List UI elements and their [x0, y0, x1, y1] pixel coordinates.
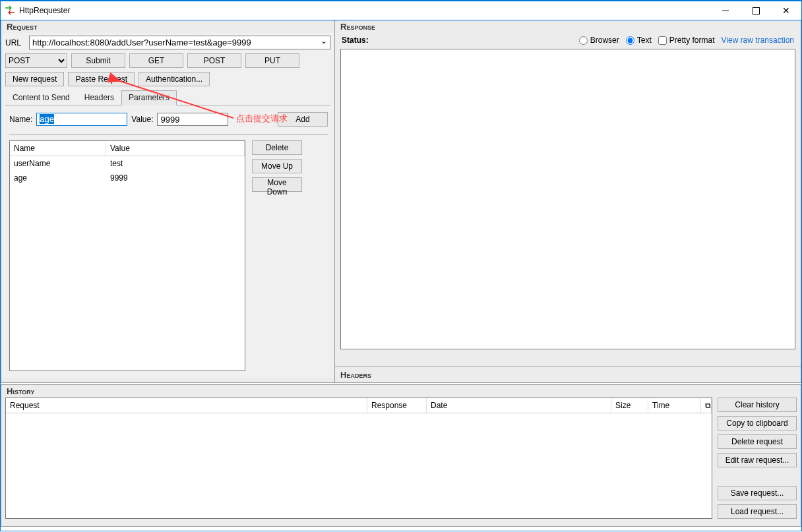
title-bar: HttpRequester ✕: [1, 1, 801, 20]
clear-history-button[interactable]: Clear history: [718, 398, 797, 412]
param-name-input[interactable]: age: [36, 113, 127, 126]
submit-button[interactable]: Submit: [71, 53, 125, 68]
tab-headers[interactable]: Headers: [77, 90, 121, 105]
edit-raw-button[interactable]: Edit raw request...: [718, 453, 797, 467]
table-row[interactable]: userName test: [10, 156, 245, 171]
delete-request-button[interactable]: Delete request: [718, 434, 797, 449]
param-value-input[interactable]: [157, 113, 228, 126]
pretty-checkbox[interactable]: Pretty format: [658, 36, 715, 45]
tab-content-to-send[interactable]: Content to Send: [5, 90, 77, 105]
url-label: URL: [5, 38, 26, 47]
paste-request-button[interactable]: Paste Request: [68, 72, 135, 86]
status-label: Status:: [342, 36, 572, 45]
tab-parameters[interactable]: Parameters: [121, 90, 177, 105]
delete-param-button[interactable]: Delete: [252, 140, 302, 155]
move-up-button[interactable]: Move Up: [252, 159, 302, 173]
post-button[interactable]: POST: [187, 53, 241, 68]
window-title: HttpRequester: [19, 6, 710, 15]
app-icon: [5, 5, 15, 16]
maximize-button[interactable]: [741, 1, 771, 20]
param-name-label: Name:: [9, 115, 32, 124]
copy-clipboard-button[interactable]: Copy to clipboard: [718, 416, 797, 430]
text-radio[interactable]: Text: [626, 36, 652, 45]
param-col-value: Value: [106, 141, 245, 156]
get-button[interactable]: GET: [129, 53, 183, 68]
history-table[interactable]: Request Response Date Size Time ⧉: [5, 398, 712, 519]
save-request-button[interactable]: Save request...: [718, 486, 797, 500]
url-combo[interactable]: ⌄: [29, 36, 330, 49]
table-row[interactable]: age 9999: [10, 171, 245, 185]
response-body[interactable]: [340, 49, 795, 349]
add-param-button[interactable]: Add: [278, 112, 328, 127]
url-dropdown-icon[interactable]: ⌄: [318, 36, 330, 49]
authentication-button[interactable]: Authentication...: [139, 72, 210, 86]
request-section-title: Request: [1, 20, 334, 33]
history-col-menu-icon[interactable]: ⧉: [701, 398, 712, 413]
history-section-title: History: [1, 385, 801, 398]
load-request-button[interactable]: Load request...: [718, 504, 797, 519]
history-col-request: Request: [6, 398, 367, 413]
put-button[interactable]: PUT: [245, 53, 299, 68]
history-col-response: Response: [367, 398, 427, 413]
view-raw-link[interactable]: View raw transaction: [722, 36, 795, 45]
method-select[interactable]: POST: [5, 53, 67, 68]
minimize-button[interactable]: [710, 1, 741, 20]
history-col-size: Size: [611, 398, 648, 413]
close-button[interactable]: ✕: [771, 1, 801, 20]
new-request-button[interactable]: New request: [5, 72, 64, 86]
param-value-label: Value:: [131, 115, 153, 124]
param-col-name: Name: [10, 141, 106, 156]
history-col-time: Time: [648, 398, 701, 413]
url-input[interactable]: [30, 36, 318, 49]
response-section-title: Response: [335, 20, 801, 33]
headers-section-title: Headers: [335, 369, 801, 381]
browser-radio[interactable]: Browser: [579, 36, 619, 45]
param-table[interactable]: Name Value userName test age 9999: [9, 140, 245, 371]
history-col-date: Date: [427, 398, 611, 413]
move-down-button[interactable]: Move Down: [252, 177, 302, 192]
